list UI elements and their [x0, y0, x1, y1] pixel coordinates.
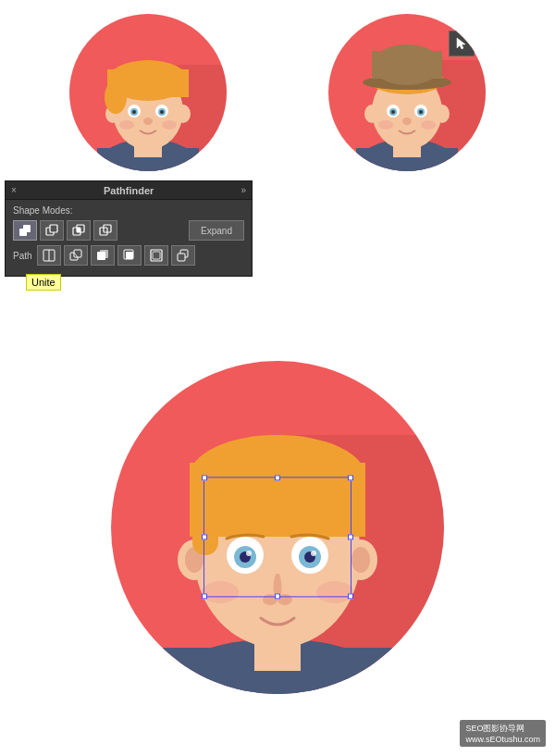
svg-point-84: [316, 581, 353, 603]
svg-point-83: [202, 581, 239, 603]
svg-rect-42: [50, 225, 57, 232]
svg-rect-72: [192, 481, 218, 555]
svg-point-34: [391, 110, 395, 114]
svg-point-81: [263, 594, 278, 605]
svg-rect-60: [178, 254, 185, 261]
svg-point-18: [162, 120, 177, 130]
pathfinders-label: Path: [13, 251, 32, 261]
svg-rect-40: [23, 225, 31, 232]
svg-rect-58: [153, 252, 160, 259]
svg-rect-29: [372, 51, 442, 79]
pathfinders-row: Path: [13, 245, 244, 266]
svg-point-25: [435, 105, 450, 123]
avatar-top-right: [328, 14, 486, 171]
svg-rect-54: [100, 250, 108, 258]
svg-point-80: [311, 551, 316, 556]
svg-point-24: [364, 105, 379, 123]
cursor-tool-icon: [449, 31, 475, 56]
trim-button[interactable]: [64, 245, 88, 266]
panel-body: Shape Modes:: [6, 200, 252, 276]
svg-point-79: [246, 551, 252, 556]
minus-front-button[interactable]: [40, 220, 64, 241]
panel-expand-icon[interactable]: »: [240, 185, 246, 195]
panel-title: Pathfinder: [104, 185, 154, 196]
merge-button[interactable]: [91, 245, 115, 266]
minus-back-button[interactable]: [171, 245, 195, 266]
panel-close-icon[interactable]: ×: [11, 185, 17, 195]
svg-point-6: [176, 105, 191, 123]
svg-point-16: [143, 118, 153, 125]
avatar-top-left: [69, 14, 227, 171]
divide-button[interactable]: [37, 245, 61, 266]
crop-button[interactable]: [117, 245, 142, 266]
unite-button[interactable]: [13, 220, 37, 241]
watermark: SEO图影协导网 www.sEOtushu.com: [460, 720, 546, 747]
panel-titlebar: × Pathfinder »: [6, 181, 252, 200]
svg-point-9: [105, 81, 127, 114]
intersect-button[interactable]: [67, 220, 91, 241]
bottom-section: [0, 361, 555, 750]
shape-modes-buttons: Expand: [13, 220, 244, 241]
svg-rect-55: [126, 252, 133, 259]
watermark-line2: www.sEOtushu.com: [465, 735, 540, 744]
shape-modes-label: Shape Modes:: [13, 205, 244, 216]
svg-point-69: [352, 547, 370, 573]
svg-point-15: [160, 110, 164, 114]
top-avatars-row: [0, 0, 555, 185]
avatar-bottom-large: [111, 361, 444, 694]
exclude-button[interactable]: [93, 220, 117, 241]
svg-rect-45: [77, 228, 80, 232]
expand-button[interactable]: Expand: [189, 220, 244, 241]
watermark-line1: SEO图影协导网: [465, 723, 540, 735]
svg-point-38: [421, 120, 436, 130]
svg-point-35: [419, 110, 423, 114]
svg-point-17: [119, 120, 134, 130]
svg-point-14: [132, 110, 136, 114]
svg-point-36: [402, 118, 412, 125]
pathfinder-panel: × Pathfinder » Shape Modes:: [5, 180, 253, 277]
svg-point-37: [378, 120, 393, 130]
outline-button[interactable]: [144, 245, 168, 266]
svg-point-82: [278, 594, 292, 605]
